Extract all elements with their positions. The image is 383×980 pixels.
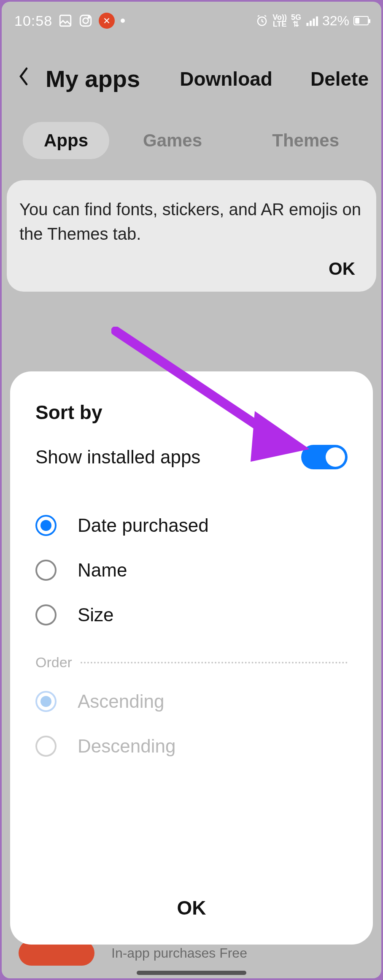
order-option-descending[interactable]: Descending	[35, 724, 348, 769]
svg-rect-5	[306, 23, 308, 26]
radio-label: Size	[78, 604, 114, 625]
svg-rect-8	[316, 16, 318, 26]
sort-options: Date purchased Name Size	[35, 503, 348, 637]
tab-themes[interactable]: Themes	[251, 122, 360, 159]
battery-icon	[353, 16, 369, 25]
info-banner: You can find fonts, stickers, and AR emo…	[7, 180, 376, 292]
svg-rect-0	[60, 15, 71, 26]
svg-point-3	[88, 17, 89, 18]
download-button[interactable]: Download	[180, 68, 272, 90]
sort-sheet: Sort by Show installed apps Date purchas…	[10, 371, 373, 945]
radio-icon	[35, 604, 57, 625]
radio-icon	[35, 736, 57, 757]
instagram-icon	[78, 14, 93, 28]
order-heading: Order	[35, 654, 72, 671]
signal-icon	[305, 14, 318, 27]
show-installed-toggle[interactable]	[301, 445, 348, 469]
page-title: My apps	[46, 65, 140, 92]
back-button[interactable]	[14, 66, 33, 92]
radio-icon	[35, 560, 57, 581]
svg-point-2	[83, 18, 89, 24]
radio-label: Ascending	[78, 691, 164, 712]
radio-icon	[35, 515, 57, 536]
info-ok-button[interactable]: OK	[19, 259, 364, 279]
svg-rect-7	[313, 19, 315, 26]
sheet-ok-button[interactable]: OK	[35, 884, 348, 932]
network-5g-icon: 5G⇅	[291, 14, 301, 27]
tab-games[interactable]: Games	[122, 122, 223, 159]
show-installed-row[interactable]: Show installed apps	[35, 445, 348, 469]
gallery-icon	[58, 14, 73, 28]
sort-option-size[interactable]: Size	[35, 593, 348, 637]
status-bar: 10:58 Vo))LTE 5G⇅ 32%	[2, 2, 381, 40]
tab-apps[interactable]: Apps	[23, 122, 109, 159]
header: My apps Download Delete	[2, 40, 381, 105]
radio-label: Name	[78, 560, 127, 581]
show-installed-label: Show installed apps	[35, 447, 200, 468]
volte-icon: Vo))LTE	[272, 14, 287, 27]
more-notifications-dot	[121, 19, 125, 23]
sort-option-name[interactable]: Name	[35, 548, 348, 593]
info-text: You can find fonts, stickers, and AR emo…	[19, 197, 364, 246]
home-indicator[interactable]	[137, 971, 246, 975]
radio-label: Date purchased	[78, 515, 209, 536]
tabs: Apps Games Themes	[2, 105, 381, 172]
radio-icon	[35, 691, 57, 712]
alarm-icon	[256, 14, 268, 27]
radio-label: Descending	[78, 736, 175, 757]
order-divider: Order	[35, 654, 348, 671]
battery-percentage: 32%	[322, 13, 349, 29]
status-time: 10:58	[14, 13, 52, 29]
sort-option-date[interactable]: Date purchased	[35, 503, 348, 548]
svg-rect-6	[310, 21, 312, 26]
delete-button[interactable]: Delete	[310, 68, 369, 90]
app-notification-icon	[99, 13, 115, 29]
order-option-ascending[interactable]: Ascending	[35, 679, 348, 724]
sheet-title: Sort by	[35, 401, 348, 424]
app-subtext: In-app purchases Free	[111, 945, 247, 961]
